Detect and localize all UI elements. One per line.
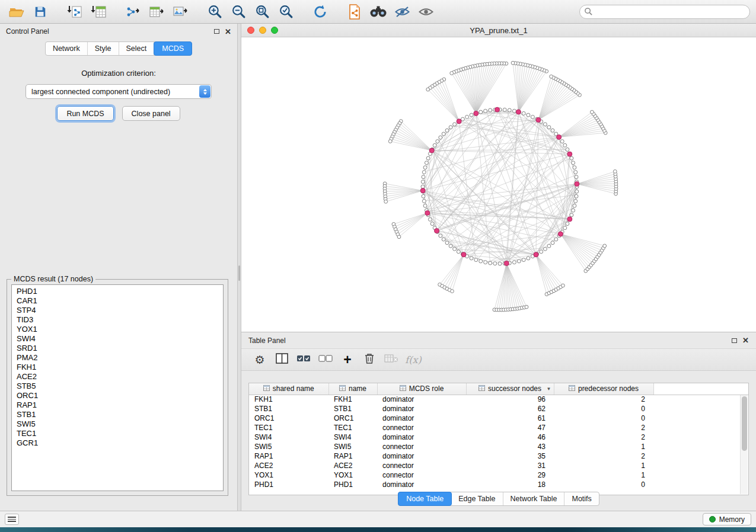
mcds-result-item[interactable]: ORC1 bbox=[17, 391, 218, 400]
open-folder-icon bbox=[9, 5, 24, 18]
tab-style[interactable]: Style bbox=[88, 42, 119, 55]
float-table-panel-icon[interactable] bbox=[732, 338, 737, 343]
column-header-predecessor-nodes[interactable]: predecessor nodes bbox=[554, 383, 653, 395]
scrollbar-thumb[interactable] bbox=[742, 396, 747, 451]
mcds-result-list[interactable]: PHD1CAR1STP4TID3YOX1SWI4SRD1PMA2FKH1ACE2… bbox=[11, 284, 224, 491]
table-row[interactable]: TEC1TEC1connector472 bbox=[249, 423, 748, 432]
table-panel-header: Table Panel ✕ bbox=[241, 332, 756, 348]
open-folder-button[interactable] bbox=[6, 3, 27, 21]
mcds-result-item[interactable]: SRD1 bbox=[17, 344, 218, 353]
apply-layout-button[interactable] bbox=[310, 3, 331, 21]
table-row[interactable]: FKH1FKH1dominator962 bbox=[249, 395, 748, 404]
layout-group bbox=[310, 3, 331, 21]
plus-icon: + bbox=[343, 353, 351, 367]
network-canvas[interactable] bbox=[241, 37, 756, 332]
panel-splitter[interactable] bbox=[237, 24, 241, 511]
mcds-result-item[interactable]: YOX1 bbox=[17, 325, 218, 334]
tab-mcds[interactable]: MCDS bbox=[154, 41, 192, 56]
show-columns-button[interactable] bbox=[273, 351, 291, 368]
zoom-selected-button[interactable] bbox=[275, 3, 296, 21]
column-header-shared-name[interactable]: shared name bbox=[249, 383, 328, 395]
save-button[interactable] bbox=[30, 3, 51, 21]
window-maximize-icon[interactable] bbox=[271, 27, 278, 34]
table-row[interactable]: YOX1YOX1connector291 bbox=[249, 470, 748, 480]
export-image-button[interactable] bbox=[170, 3, 191, 21]
column-header-mcds-role[interactable]: MCDS role bbox=[377, 383, 466, 395]
import-table-file-button[interactable] bbox=[88, 3, 109, 21]
show-all-button[interactable] bbox=[415, 3, 436, 21]
clear-table-button[interactable] bbox=[382, 351, 400, 368]
close-table-panel-icon[interactable]: ✕ bbox=[742, 336, 749, 344]
save-icon bbox=[34, 5, 47, 18]
delete-column-button[interactable] bbox=[361, 351, 378, 368]
table-vertical-scrollbar[interactable] bbox=[740, 395, 748, 494]
run-mcds-button[interactable]: Run MCDS bbox=[57, 106, 113, 121]
import-network-file-button[interactable] bbox=[64, 3, 85, 21]
column-header-name[interactable]: name bbox=[328, 383, 377, 395]
tab-network[interactable]: Network bbox=[46, 42, 88, 55]
table-settings-button[interactable]: ⚙ bbox=[251, 351, 269, 368]
memory-button[interactable]: Memory bbox=[703, 513, 751, 525]
select-all-button[interactable] bbox=[295, 351, 312, 368]
tab-node-table[interactable]: Node Table bbox=[398, 492, 452, 506]
splitter-grip[interactable] bbox=[238, 265, 240, 281]
criterion-dropdown[interactable]: largest connected component (undirected) bbox=[25, 84, 212, 99]
mcds-result-item[interactable]: STB1 bbox=[17, 410, 218, 419]
export-network-button[interactable] bbox=[122, 3, 143, 21]
mcds-result-item[interactable]: FKH1 bbox=[17, 363, 218, 372]
tab-edge-table[interactable]: Edge Table bbox=[451, 492, 503, 505]
export-document-button[interactable] bbox=[344, 3, 365, 21]
mcds-result-item[interactable]: TEC1 bbox=[17, 429, 218, 438]
sort-descending-icon[interactable]: ▼ bbox=[547, 386, 551, 392]
mcds-result-item[interactable]: ACE2 bbox=[17, 372, 218, 382]
column-header-successor-nodes[interactable]: successor nodes▼ bbox=[466, 383, 554, 395]
mcds-result-item[interactable]: SWI5 bbox=[17, 419, 218, 429]
zoom-out-button[interactable] bbox=[228, 3, 249, 21]
network-window-titlebar[interactable]: YPA_prune.txt_1 bbox=[241, 24, 756, 37]
mcds-result-title: MCDS result (17 nodes) bbox=[11, 275, 95, 283]
export-image-icon bbox=[173, 5, 188, 19]
table-row[interactable]: RAP1RAP1dominator352 bbox=[249, 451, 748, 461]
function-builder-button[interactable]: f(x) bbox=[404, 351, 422, 368]
export-table-button[interactable] bbox=[146, 3, 167, 21]
search-network-button[interactable] bbox=[368, 3, 389, 21]
mcds-result-item[interactable]: GCR1 bbox=[17, 438, 218, 448]
memory-status-icon bbox=[709, 516, 716, 523]
mcds-result-item[interactable]: STP4 bbox=[17, 306, 218, 315]
window-close-icon[interactable] bbox=[247, 27, 254, 34]
search-input[interactable] bbox=[579, 5, 750, 19]
table-row[interactable]: PHD1PHD1dominator180 bbox=[249, 480, 748, 489]
table-row[interactable]: SWI4SWI4dominator462 bbox=[249, 432, 748, 442]
export-table-icon bbox=[149, 5, 164, 19]
table-row[interactable]: STB1STB1dominator620 bbox=[249, 404, 748, 414]
mcds-result-item[interactable]: PHD1 bbox=[17, 287, 218, 296]
control-panel-tabs: Network Style Select MCDS bbox=[0, 41, 237, 56]
export-group bbox=[122, 3, 191, 21]
tab-select[interactable]: Select bbox=[119, 42, 155, 55]
close-panel-button[interactable]: Close panel bbox=[122, 106, 180, 121]
add-column-button[interactable]: + bbox=[339, 351, 356, 368]
mcds-result-item[interactable]: CAR1 bbox=[17, 296, 218, 306]
mcds-result-item[interactable]: SWI4 bbox=[17, 334, 218, 344]
column-header-filler bbox=[653, 383, 748, 395]
gear-icon: ⚙ bbox=[254, 353, 264, 366]
table-row[interactable]: ORC1ORC1dominator610 bbox=[249, 414, 748, 423]
window-minimize-icon[interactable] bbox=[259, 27, 266, 34]
mcds-result-item[interactable]: PMA2 bbox=[17, 353, 218, 363]
tab-motifs[interactable]: Motifs bbox=[564, 492, 598, 505]
close-panel-icon[interactable]: ✕ bbox=[225, 28, 231, 36]
mcds-result-item[interactable]: RAP1 bbox=[17, 400, 218, 410]
hide-selected-button[interactable] bbox=[391, 3, 413, 21]
application-window: Control Panel ✕ Network Style Select MCD… bbox=[0, 0, 756, 532]
table-row[interactable]: SWI5SWI5connector431 bbox=[249, 442, 748, 451]
table-panel-tabs: Node Table Edge Table Network Table Moti… bbox=[241, 492, 756, 506]
mcds-result-item[interactable]: STB5 bbox=[17, 382, 218, 391]
mcds-result-item[interactable]: TID3 bbox=[17, 315, 218, 325]
zoom-fit-button[interactable] bbox=[251, 3, 273, 21]
tab-network-table[interactable]: Network Table bbox=[503, 492, 565, 505]
status-menu-button[interactable] bbox=[5, 514, 19, 525]
float-panel-icon[interactable] bbox=[214, 29, 219, 34]
deselect-all-button[interactable] bbox=[317, 351, 334, 368]
table-row[interactable]: ACE2ACE2connector311 bbox=[249, 461, 748, 470]
zoom-in-button[interactable] bbox=[204, 3, 225, 21]
